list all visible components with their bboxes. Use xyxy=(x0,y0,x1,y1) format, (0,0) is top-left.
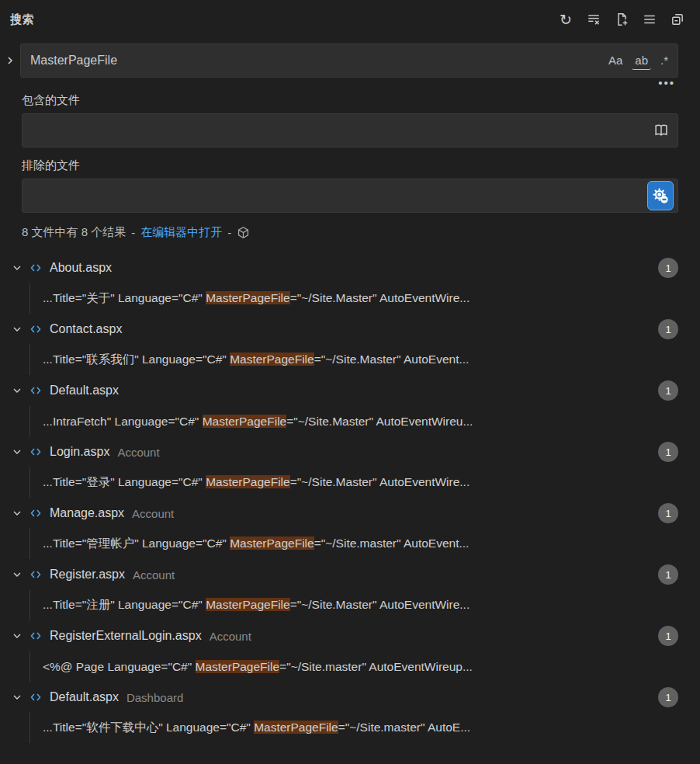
match-pre: ...Title="管理帐户" Language="C#" xyxy=(43,537,230,550)
match-highlight: MasterPageFile xyxy=(254,721,338,734)
result-file-row[interactable]: Default.aspx 1 xyxy=(0,375,700,406)
folder-name: Account xyxy=(117,446,159,459)
result-match-row[interactable]: ...Title="软件下载中心" Language="C#" MasterPa… xyxy=(0,713,700,743)
match-post: ="~/Site.master" AutoEventWireup... xyxy=(279,660,473,673)
chevron-down-icon[interactable] xyxy=(11,323,23,335)
result-match-row[interactable]: ...Title="管理帐户" Language="C#" MasterPage… xyxy=(0,529,700,559)
file-name: Login.aspx xyxy=(50,445,109,459)
match-post: ="~/Site.Master" AutoEventWire... xyxy=(290,598,470,611)
match-pre: ...IntraFetch" Language="C#" xyxy=(43,415,203,428)
match-pre: ...Title="联系我们" Language="C#" xyxy=(43,352,230,366)
exclude-settings-gear-icon[interactable] xyxy=(647,181,674,210)
files-to-exclude-input[interactable] xyxy=(32,189,647,203)
file-name: Register.aspx xyxy=(50,568,125,582)
status-row: 8 文件中有 8 个结果 - 在编辑器中打开 - xyxy=(0,213,700,240)
search-row: Aa ab .* xyxy=(0,39,700,78)
code-file-icon xyxy=(29,323,43,335)
list-view-icon[interactable] xyxy=(639,9,660,30)
indent-guide xyxy=(29,651,30,682)
results-summary: 8 文件中有 8 个结果 xyxy=(22,225,126,240)
result-match-row[interactable]: ...Title="联系我们" Language="C#" MasterPage… xyxy=(0,345,700,375)
match-count-badge: 1 xyxy=(658,442,678,462)
match-count-badge: 1 xyxy=(658,503,678,523)
result-match-row[interactable]: ...Title="关于" Language="C#" MasterPageFi… xyxy=(0,283,700,314)
match-text: ...Title="软件下载中心" Language="C#" MasterPa… xyxy=(43,720,470,736)
match-count-badge: 1 xyxy=(658,564,678,585)
search-result: Default.aspx 1 ...IntraFetch" Language="… xyxy=(0,375,700,436)
regex-toggle[interactable]: .* xyxy=(657,52,671,69)
match-text: ...Title="管理帐户" Language="C#" MasterPage… xyxy=(43,536,469,552)
match-pre: <%@ Page Language="C#" xyxy=(43,660,196,673)
search-box: Aa ab .* xyxy=(20,43,678,78)
search-toolbar: ↻ xyxy=(556,9,688,30)
chevron-down-icon[interactable] xyxy=(11,691,23,703)
open-editors-book-icon[interactable] xyxy=(649,117,674,144)
toggle-replace-chevron-icon[interactable] xyxy=(0,43,20,78)
result-file-row[interactable]: Contact.aspx 1 xyxy=(0,314,700,345)
open-in-editor-link[interactable]: 在编辑器中打开 xyxy=(140,225,222,240)
separator: - xyxy=(131,226,135,239)
separator: - xyxy=(227,226,231,239)
result-match-row[interactable]: ...Title="登录" Language="C#" MasterPageFi… xyxy=(0,467,700,498)
match-post: ="~/Site.master" AutoE... xyxy=(338,721,470,734)
chevron-down-icon[interactable] xyxy=(11,507,23,519)
search-result: Register.aspx Account 1 ...Title="注册" La… xyxy=(0,559,700,620)
match-count-badge: 1 xyxy=(658,626,678,646)
code-file-icon xyxy=(29,446,43,458)
result-match-row[interactable]: ...Title="注册" Language="C#" MasterPageFi… xyxy=(0,590,700,620)
cube-icon[interactable] xyxy=(237,226,250,239)
match-text: ...Title="联系我们" Language="C#" MasterPage… xyxy=(43,352,469,368)
result-file-row[interactable]: Default.aspx Dashboard 1 xyxy=(0,682,700,713)
chevron-down-icon[interactable] xyxy=(11,446,23,458)
match-highlight: MasterPageFile xyxy=(206,291,290,304)
match-post: ="~/Site.Master" AutoEventWire... xyxy=(290,475,470,488)
indent-guide xyxy=(29,529,30,559)
search-input[interactable] xyxy=(30,54,599,68)
chevron-down-icon[interactable] xyxy=(11,262,23,274)
chevron-down-icon[interactable] xyxy=(11,384,23,397)
result-match-row[interactable]: ...IntraFetch" Language="C#" MasterPageF… xyxy=(0,406,700,436)
file-name: RegisterExternalLogin.aspx xyxy=(50,629,202,643)
match-pre: ...Title="软件下载中心" Language="C#" xyxy=(43,721,254,734)
match-text: ...Title="关于" Language="C#" MasterPageFi… xyxy=(43,290,470,307)
file-name: Contact.aspx xyxy=(50,322,122,336)
result-file-row[interactable]: About.aspx 1 xyxy=(0,252,700,283)
files-to-exclude-label: 排除的文件 xyxy=(0,158,700,173)
match-pre: ...Title="登录" Language="C#" xyxy=(43,475,206,488)
files-to-exclude-box xyxy=(22,179,678,213)
match-count-badge: 1 xyxy=(658,380,678,401)
search-result: About.aspx 1 ...Title="关于" Language="C#"… xyxy=(0,252,700,314)
match-text: ...Title="注册" Language="C#" MasterPageFi… xyxy=(43,597,470,613)
new-search-editor-icon[interactable] xyxy=(612,9,632,30)
match-pre: ...Title="注册" Language="C#" xyxy=(43,598,206,611)
files-to-include-box xyxy=(22,113,678,148)
match-highlight: MasterPageFile xyxy=(206,598,290,611)
match-post: ="~/Site.Master" AutoEvent... xyxy=(314,352,470,366)
chevron-down-icon[interactable] xyxy=(11,568,23,581)
result-file-row[interactable]: Login.aspx Account 1 xyxy=(0,436,700,467)
match-count-badge: 1 xyxy=(658,319,678,339)
ellipsis-icon[interactable]: ••• xyxy=(658,79,675,92)
refresh-icon[interactable]: ↻ xyxy=(556,9,576,30)
result-file-row[interactable]: RegisterExternalLogin.aspx Account 1 xyxy=(0,620,700,651)
whole-word-toggle[interactable]: ab xyxy=(632,52,651,70)
chevron-down-icon[interactable] xyxy=(11,630,23,642)
result-file-row[interactable]: Manage.aspx Account 1 xyxy=(0,498,700,529)
match-count-badge: 1 xyxy=(658,258,678,278)
code-file-icon xyxy=(29,262,43,274)
clear-search-results-icon[interactable] xyxy=(584,9,604,30)
collapse-all-icon[interactable] xyxy=(667,9,688,30)
result-file-row[interactable]: Register.aspx Account 1 xyxy=(0,559,700,590)
match-highlight: MasterPageFile xyxy=(196,660,280,673)
files-to-include-input[interactable] xyxy=(32,123,649,137)
indent-guide xyxy=(29,283,30,314)
match-case-toggle[interactable]: Aa xyxy=(605,52,625,69)
search-result: Default.aspx Dashboard 1 ...Title="软件下载中… xyxy=(0,682,700,743)
match-text: <%@ Page Language="C#" MasterPageFile="~… xyxy=(43,660,473,674)
match-count-badge: 1 xyxy=(658,687,678,707)
file-name: Manage.aspx xyxy=(50,506,124,520)
code-file-icon xyxy=(29,568,43,581)
match-post: ="~/Site.Master" AutoEventWire... xyxy=(290,291,470,304)
folder-name: Account xyxy=(133,568,175,582)
result-match-row[interactable]: <%@ Page Language="C#" MasterPageFile="~… xyxy=(0,651,700,682)
